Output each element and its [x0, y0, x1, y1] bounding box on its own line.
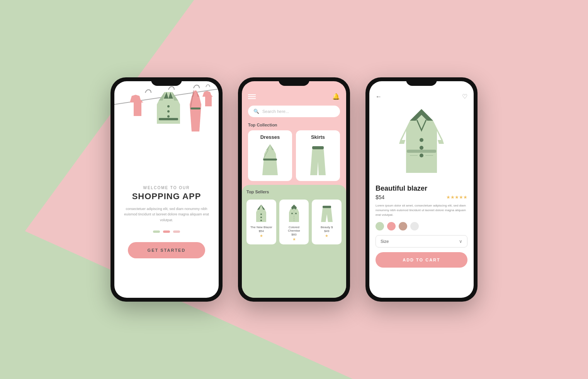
product-info: Beautiful blazer $54 ★★★★★ Lorem ipsum d… [369, 181, 474, 298]
seller1-star: ★ [260, 234, 263, 238]
top-sellers-label: Top Sellers [246, 190, 342, 196]
get-started-button[interactable]: GET STARTED [128, 242, 205, 258]
wishlist-icon[interactable]: ♡ [462, 93, 467, 100]
dot-3 [173, 230, 180, 233]
svg-point-17 [420, 138, 423, 142]
svg-point-3 [167, 115, 170, 118]
product-description: Lorem ipsum dolor sit amet, consectetuer… [376, 203, 467, 217]
clothes-rail-svg [114, 81, 219, 178]
search-bar[interactable]: 🔍 Search here... [248, 106, 340, 117]
size-selector[interactable]: Size ∨ [376, 235, 467, 248]
chemise-svg [284, 203, 304, 224]
phone-1: WELCOME TO OUR SHOPPING APP consectetuer… [110, 77, 223, 302]
dot-2 [163, 230, 170, 233]
seller2-name: Colored Chemise [282, 225, 306, 232]
welcome-title: SHOPPING APP [132, 191, 201, 201]
seller2-star: ★ [292, 237, 296, 241]
color-pink[interactable] [387, 222, 396, 230]
svg-point-14 [291, 213, 293, 214]
color-options [376, 222, 467, 230]
svg-rect-7 [263, 159, 277, 160]
blazer-small-svg [252, 203, 271, 224]
back-icon[interactable]: ← [376, 93, 382, 100]
chevron-down-icon: ∨ [459, 239, 462, 244]
seller-card-1[interactable]: The New Blazer $54 ★ [246, 200, 276, 244]
phone3-notch [406, 77, 437, 86]
phone1-content: WELCOME TO OUR SHOPPING APP consectetuer… [114, 182, 219, 298]
search-icon: 🔍 [253, 109, 259, 114]
color-green[interactable] [376, 222, 384, 230]
product-stars: ★★★★★ [446, 195, 467, 200]
welcome-subtitle: WELCOME TO OUR [143, 186, 190, 190]
product-price: $54 [376, 194, 384, 200]
pagination-dots [153, 230, 180, 233]
phones-container: WELCOME TO OUR SHOPPING APP consectetuer… [0, 0, 588, 379]
add-to-cart-button[interactable]: ADD TO CART [376, 252, 467, 268]
phone3-screen: ← ♡ [369, 81, 474, 298]
pants-svg [317, 203, 336, 224]
color-light[interactable] [410, 222, 419, 230]
collection-row: Dresses Skirts [242, 130, 346, 185]
svg-point-10 [260, 213, 262, 215]
top-collection-label: Top Collection [242, 121, 346, 130]
phone2-body: Top Sellers The New Blazer $5 [242, 185, 346, 298]
svg-rect-20 [407, 150, 436, 153]
svg-rect-4 [159, 118, 178, 120]
phone-3: ← ♡ [365, 77, 478, 302]
menu-icon[interactable] [248, 94, 256, 99]
sellers-row: The New Blazer $54 ★ Colored C [246, 200, 342, 244]
product-name: Beautiful blazer [376, 184, 467, 193]
seller1-price: $54 [259, 229, 264, 233]
svg-point-15 [295, 213, 297, 214]
welcome-description: consectetuer adipiscing elit, sed diam n… [122, 206, 211, 223]
collection-card-skirts[interactable]: Skirts [296, 130, 340, 181]
svg-point-2 [167, 110, 170, 113]
seller3-star: ★ [325, 234, 328, 238]
skirt-illustration [306, 142, 330, 177]
phone2-screen: 🔔 🔍 Search here... Top Collection Dresse… [242, 81, 346, 298]
seller3-name: Beauty $ [321, 225, 333, 229]
color-brown[interactable] [399, 222, 407, 230]
seller1-name: The New Blazer [250, 225, 272, 229]
skirts-label: Skirts [311, 134, 325, 140]
phone1-notch [151, 77, 182, 86]
dresses-label: Dresses [260, 134, 280, 140]
product-image-area [369, 103, 474, 181]
size-label: Size [381, 239, 389, 244]
seller-card-2[interactable]: Colored Chemise $60 ★ [279, 200, 309, 244]
svg-point-18 [420, 146, 423, 150]
dress-illustration [258, 142, 282, 177]
product-blazer-svg [391, 105, 452, 179]
svg-rect-16 [323, 206, 331, 208]
seller2-price: $60 [291, 233, 296, 236]
seller3-price: $49 [324, 229, 329, 233]
svg-rect-5 [190, 108, 201, 109]
phone2-notch [279, 77, 309, 86]
svg-point-11 [260, 217, 262, 218]
phone-2: 🔔 🔍 Search here... Top Collection Dresse… [238, 77, 350, 302]
product-price-row: $54 ★★★★★ [376, 194, 467, 200]
search-placeholder-text: Search here... [262, 109, 289, 114]
dot-1 [153, 230, 160, 233]
notification-icon[interactable]: 🔔 [332, 93, 340, 100]
svg-point-19 [420, 154, 423, 157]
phone1-screen: WELCOME TO OUR SHOPPING APP consectetuer… [114, 81, 219, 298]
seller-card-3[interactable]: Beauty $ $49 ★ [312, 200, 342, 244]
svg-rect-9 [312, 146, 324, 149]
phone1-illustration [114, 81, 219, 182]
collection-card-dresses[interactable]: Dresses [248, 130, 292, 181]
svg-point-1 [167, 105, 170, 108]
svg-point-12 [260, 220, 262, 221]
